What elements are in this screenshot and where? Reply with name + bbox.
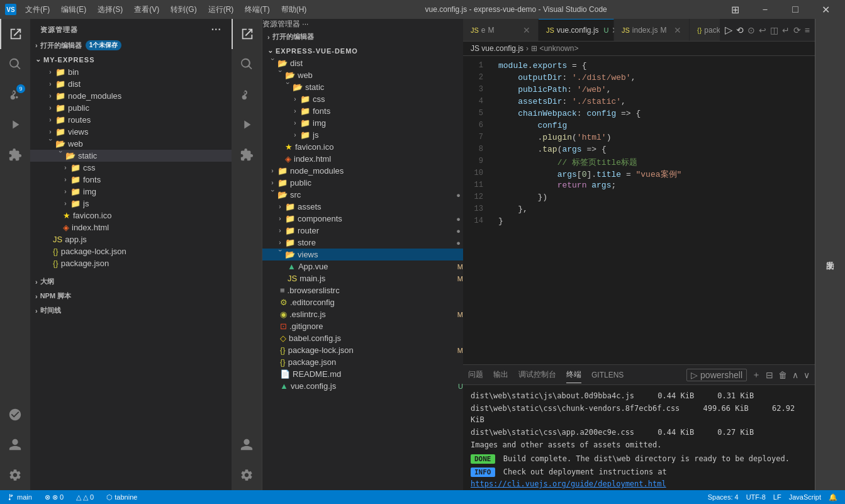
s2-packagelock[interactable]: {} package-lock.json M <box>262 344 463 356</box>
layout-icon[interactable]: ⊞ <box>720 0 749 19</box>
s2-node-modules[interactable]: › 📁 node_modules <box>262 165 463 177</box>
activity-extensions[interactable] <box>0 140 30 170</box>
tab-app-js[interactable]: JS e M ✕ <box>463 19 539 41</box>
activity-remote[interactable] <box>0 400 30 430</box>
s2-web[interactable]: › 📂 web <box>262 69 463 81</box>
statusbar-tabnine[interactable]: ⬡ tabnine <box>104 493 140 501</box>
split-editor-icon[interactable]: ⟲ <box>736 25 744 35</box>
terminal-tab-problems[interactable]: 问题 <box>468 367 483 383</box>
run-icon[interactable]: ▷ <box>725 24 732 36</box>
tab-package-json[interactable]: {} package.json M ✕ <box>690 19 720 41</box>
s2-src[interactable]: › 📂 src ● <box>262 189 463 201</box>
s2-fonts[interactable]: › 📁 fonts <box>262 105 463 117</box>
sidebar-item-dist[interactable]: › 📁 dist <box>30 78 232 90</box>
statusbar-warnings[interactable]: △ △ 0 <box>74 493 96 501</box>
s2-router[interactable]: › 📁 router ● <box>262 225 463 237</box>
minimize-button[interactable]: － <box>751 0 780 19</box>
s2-browserslistrc[interactable]: ≡ .browserslistrc <box>262 284 463 296</box>
s2-eslintrc[interactable]: ◉ .eslintrc.js M <box>262 308 463 320</box>
sidebar-item-css[interactable]: › 📁 css <box>30 162 232 174</box>
s2-mainjs[interactable]: JS main.js M <box>262 272 463 284</box>
s2-vue-config[interactable]: ▲ vue.config.js U <box>262 380 463 392</box>
express-vue-demo-section[interactable]: ⌄ EXPRESS-VUE-DEMO <box>262 44 463 57</box>
s2-babel[interactable]: ◇ babel.config.js <box>262 332 463 344</box>
activity-search[interactable] <box>0 49 30 79</box>
activity-source-control[interactable]: 9 <box>0 79 30 109</box>
statusbar-spaces[interactable]: Spaces: 4 <box>705 493 741 501</box>
statusbar-line-ending[interactable]: LF <box>771 493 784 501</box>
toolbar-icon-3[interactable]: ◫ <box>770 25 778 35</box>
activity-settings-2[interactable] <box>232 460 262 490</box>
s2-img[interactable]: › 📁 img <box>262 117 463 129</box>
close-tab-indexjs[interactable]: ✕ <box>674 25 681 35</box>
explorer-menu-button[interactable]: ··· <box>211 24 221 35</box>
toolbar-icon-1[interactable]: ⊙ <box>747 25 755 35</box>
s2-app-vue[interactable]: ▲ App.vue M <box>262 260 463 272</box>
statusbar-language[interactable]: JavaScript <box>786 493 824 501</box>
activity-settings[interactable] <box>0 460 30 490</box>
maximize-button[interactable]: □ <box>781 0 810 19</box>
statusbar-errors[interactable]: ⊗ ⊗ 0 <box>42 493 66 501</box>
explorer2-menu-button[interactable]: ··· <box>302 20 308 28</box>
close-button[interactable]: ✕ <box>811 0 840 19</box>
s2-dist[interactable]: › 📂 dist <box>262 57 463 69</box>
statusbar-branch[interactable]: main <box>5 493 35 501</box>
s2-static[interactable]: › 📂 static <box>262 81 463 93</box>
deployment-link[interactable]: https://cli.vuejs.org/guide/deployment.h… <box>471 479 666 488</box>
statusbar-encoding[interactable]: UTF-8 <box>744 493 768 501</box>
s2-editorconfig[interactable]: ⚙ .editorconfig <box>262 296 463 308</box>
s2-gitignore[interactable]: ⊡ .gitignore <box>262 320 463 332</box>
sidebar-item-img[interactable]: › 📁 img <box>30 186 232 198</box>
menu-terminal[interactable]: 终端(T) <box>240 2 274 18</box>
menu-help[interactable]: 帮助(H) <box>276 2 312 18</box>
s2-store[interactable]: › 📁 store ● <box>262 237 463 249</box>
s2-js[interactable]: › 📁 js <box>262 129 463 141</box>
activity-explorer[interactable] <box>0 19 30 49</box>
add-terminal-icon[interactable]: ＋ <box>752 369 761 381</box>
s2-public[interactable]: › 📁 public <box>262 177 463 189</box>
menu-select[interactable]: 选择(S) <box>92 2 128 18</box>
activity-explorer-2[interactable] <box>232 19 262 49</box>
sidebar-item-appjs[interactable]: JS app.js <box>30 233 232 245</box>
activity-search-2[interactable] <box>232 49 262 79</box>
terminal-tab-output[interactable]: 输出 <box>493 367 508 383</box>
sidebar-item-js[interactable]: › 📁 js <box>30 198 232 210</box>
outline-section[interactable]: › 大纲 <box>30 274 232 289</box>
s2-indexhtml[interactable]: ◈ index.html <box>262 153 463 165</box>
sidebar-item-packagejson[interactable]: {} package.json <box>30 257 232 269</box>
s2-assets[interactable]: › 📁 assets <box>262 201 463 213</box>
sidebar-item-bin[interactable]: › 📁 bin <box>30 66 232 78</box>
activity-extensions-2[interactable] <box>232 140 262 170</box>
menu-run[interactable]: 运行(R) <box>203 2 239 18</box>
toolbar-icon-6[interactable]: ≡ <box>805 25 810 35</box>
my-express-section[interactable]: ⌄ MY-EXPRESS <box>30 53 232 66</box>
sidebar-item-static[interactable]: › 📂 static <box>30 150 232 162</box>
toolbar-icon-4[interactable]: ↵ <box>782 25 790 35</box>
menu-file[interactable]: 文件(F) <box>20 2 55 18</box>
s2-views[interactable]: › 📂 views <box>262 249 463 260</box>
sidebar-item-routes[interactable]: › 📁 routes <box>30 114 232 126</box>
terminal-tab-gitlens[interactable]: GITLENS <box>591 368 624 382</box>
split-terminal-icon[interactable]: ⊟ <box>766 370 773 380</box>
trash-icon[interactable]: 🗑 <box>778 370 787 380</box>
close-tab-appjs[interactable]: ✕ <box>523 25 530 35</box>
toolbar-icon-5[interactable]: ⟳ <box>793 25 801 35</box>
statusbar-notification[interactable]: 🔔 <box>826 493 840 501</box>
chevron-down-icon[interactable]: ∨ <box>803 370 810 380</box>
s2-css[interactable]: › 📁 css <box>262 93 463 105</box>
open-editors-section[interactable]: › 打开的编辑器 1个未保存 <box>30 38 232 53</box>
s2-readme[interactable]: 📄 README.md <box>262 368 463 380</box>
terminal-tab-terminal[interactable]: 终端 <box>566 367 581 383</box>
sidebar-item-fonts[interactable]: › 📁 fonts <box>30 174 232 186</box>
activity-source-control-2[interactable] <box>232 79 262 109</box>
tab-vue-config[interactable]: JS vue.config.js U ✕ <box>539 19 614 41</box>
tab-index-js[interactable]: JS index.js M ✕ <box>614 19 690 41</box>
sidebar-item-packagelockjson[interactable]: {} package-lock.json <box>30 245 232 257</box>
sidebar-item-web[interactable]: › 📂 web <box>30 138 232 150</box>
npm-scripts-section[interactable]: › NPM 脚本 <box>30 289 232 303</box>
terminal-tab-debug[interactable]: 调试控制台 <box>518 367 556 383</box>
sidebar-item-index-html[interactable]: ◈ index.html <box>30 221 232 233</box>
s2-components[interactable]: › 📁 components ● <box>262 213 463 225</box>
activity-account-2[interactable] <box>232 430 262 460</box>
chevron-up-icon[interactable]: ∧ <box>792 370 798 380</box>
